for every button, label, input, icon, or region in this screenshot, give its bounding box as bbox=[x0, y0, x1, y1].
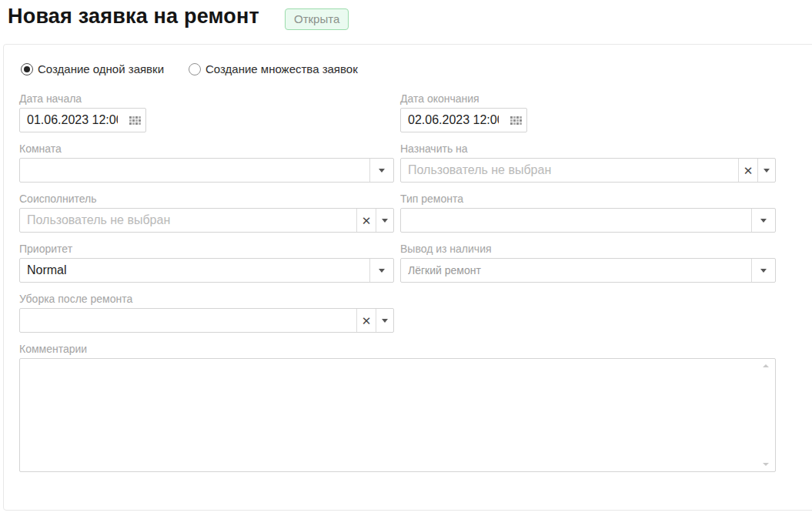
cleaning-field: ✕ bbox=[19, 308, 394, 333]
radio-single-request-label[interactable]: Создание одной заявки bbox=[38, 62, 164, 75]
chevron-down-icon bbox=[764, 169, 770, 173]
withdrawal-label: Вывод из наличия bbox=[400, 243, 492, 255]
start-date-input[interactable] bbox=[20, 109, 125, 132]
scroll-up-icon[interactable] bbox=[763, 364, 769, 367]
grid-icon bbox=[510, 116, 522, 125]
radio-multiple-requests-label[interactable]: Создание множества заявок bbox=[206, 62, 358, 75]
withdrawal-field bbox=[400, 258, 776, 283]
chevron-down-icon bbox=[760, 219, 767, 223]
end-date-field bbox=[400, 108, 527, 132]
cleaning-dropdown-button[interactable] bbox=[376, 309, 393, 332]
assignee-input[interactable] bbox=[401, 159, 738, 182]
co-executor-field: ✕ bbox=[19, 208, 394, 233]
assignee-label: Назначить на bbox=[400, 142, 468, 155]
withdrawal-input[interactable] bbox=[401, 259, 751, 282]
priority-label: Приоритет bbox=[19, 243, 72, 255]
comments-textarea[interactable] bbox=[19, 358, 776, 472]
status-badge: Открыта bbox=[285, 8, 349, 30]
close-icon: ✕ bbox=[743, 165, 754, 176]
comments-field bbox=[19, 358, 776, 472]
assignee-clear-button[interactable]: ✕ bbox=[738, 159, 757, 182]
end-date-label: Дата окончания bbox=[400, 92, 480, 105]
repair-type-dropdown-button[interactable] bbox=[751, 209, 775, 232]
close-icon: ✕ bbox=[362, 315, 372, 327]
cleaning-clear-button[interactable]: ✕ bbox=[356, 309, 376, 332]
chevron-down-icon bbox=[382, 319, 388, 323]
repair-type-field bbox=[400, 208, 776, 233]
chevron-down-icon bbox=[379, 269, 385, 273]
scroll-down-icon[interactable] bbox=[763, 463, 769, 466]
assignee-field: ✕ bbox=[400, 158, 776, 183]
room-input[interactable] bbox=[20, 159, 369, 182]
cleaning-label: Уборка после ремонта bbox=[19, 293, 132, 305]
chevron-down-icon bbox=[760, 269, 767, 273]
radio-multiple-requests[interactable] bbox=[189, 63, 201, 75]
comments-label: Комментарии bbox=[19, 343, 87, 355]
room-label: Комната bbox=[19, 142, 62, 155]
grid-icon bbox=[129, 116, 141, 125]
start-date-label: Дата начала bbox=[19, 92, 82, 105]
co-executor-dropdown-button[interactable] bbox=[376, 209, 393, 232]
page-title: Новая заявка на ремонт bbox=[8, 5, 259, 28]
close-icon: ✕ bbox=[362, 215, 372, 226]
co-executor-label: Соисполнитель bbox=[19, 193, 97, 205]
priority-dropdown-button[interactable] bbox=[369, 259, 393, 282]
end-date-picker-button[interactable] bbox=[506, 109, 526, 132]
assignee-dropdown-button[interactable] bbox=[757, 159, 775, 182]
repair-type-input[interactable] bbox=[401, 209, 751, 232]
chevron-down-icon bbox=[382, 219, 388, 223]
priority-input[interactable] bbox=[20, 259, 369, 282]
start-date-field bbox=[19, 108, 146, 132]
co-executor-clear-button[interactable]: ✕ bbox=[356, 209, 376, 232]
cleaning-input[interactable] bbox=[20, 309, 356, 332]
repair-type-label: Тип ремонта bbox=[400, 193, 463, 205]
radio-single-request[interactable] bbox=[21, 63, 33, 75]
end-date-input[interactable] bbox=[401, 109, 506, 132]
room-dropdown-button[interactable] bbox=[369, 159, 393, 182]
chevron-down-icon bbox=[379, 169, 385, 173]
start-date-picker-button[interactable] bbox=[125, 109, 145, 132]
withdrawal-dropdown-button[interactable] bbox=[751, 259, 775, 282]
room-field bbox=[19, 158, 394, 183]
co-executor-input[interactable] bbox=[20, 209, 356, 232]
priority-field bbox=[19, 258, 394, 283]
